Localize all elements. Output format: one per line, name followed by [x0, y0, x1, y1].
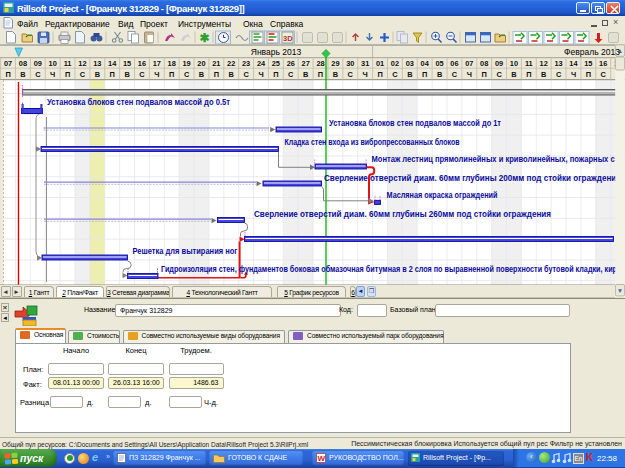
svg-text:В: В: [437, 70, 442, 79]
svg-text:06: 06: [450, 59, 458, 68]
svg-text:12: 12: [78, 59, 86, 68]
svg-text:Масляная окраска ограждений: Масляная окраска ограждений: [387, 191, 498, 200]
svg-text:W: W: [318, 454, 326, 463]
svg-text:С: С: [35, 70, 41, 79]
svg-text:С: С: [392, 70, 398, 79]
svg-text:28: 28: [316, 59, 324, 68]
svg-text:Ч: Ч: [154, 70, 159, 79]
svg-text:23: 23: [242, 59, 250, 68]
svg-text:В: В: [95, 70, 100, 79]
svg-text:П: П: [169, 70, 174, 79]
svg-text:Ч: Ч: [50, 70, 55, 79]
svg-text:19: 19: [182, 59, 190, 68]
svg-text:С: С: [139, 70, 145, 79]
svg-text:В: В: [333, 70, 338, 79]
svg-text:П: П: [214, 70, 219, 79]
svg-text:Установка блоков стен подвалов: Установка блоков стен подвалов массой до…: [329, 118, 501, 128]
svg-text:П: П: [318, 70, 323, 79]
svg-text:12: 12: [540, 59, 548, 68]
svg-text:Гидроизоляция стен, фундаменто: Гидроизоляция стен, фундаментов боковая …: [161, 264, 617, 274]
svg-text:09: 09: [495, 59, 503, 68]
svg-text:С: С: [243, 70, 249, 79]
svg-text:Ч: Ч: [258, 70, 263, 79]
svg-text:С: С: [348, 70, 354, 79]
svg-text:14: 14: [569, 59, 578, 68]
svg-text:02: 02: [391, 59, 399, 68]
svg-text:П: П: [273, 70, 278, 79]
svg-text:15: 15: [123, 59, 131, 68]
svg-text:3D: 3D: [283, 34, 293, 43]
svg-text:27: 27: [302, 59, 310, 68]
svg-text:Ч: Ч: [363, 70, 368, 79]
svg-text:15: 15: [584, 59, 592, 68]
svg-text:24: 24: [257, 59, 266, 68]
svg-text:С: С: [556, 70, 562, 79]
svg-text:В: В: [20, 70, 25, 79]
svg-text:С: С: [80, 70, 86, 79]
svg-text:13: 13: [93, 59, 101, 68]
svg-text:Февраль 2013: Февраль 2013: [564, 47, 620, 57]
svg-text:Сверление отверстий диам. 60мм: Сверление отверстий диам. 60мм глубины 2…: [254, 209, 551, 219]
svg-text:П: П: [377, 70, 382, 79]
svg-text:П: П: [422, 70, 427, 79]
svg-text:▼: ▼: [617, 287, 623, 294]
svg-text:П: П: [110, 70, 115, 79]
svg-text:С: С: [452, 70, 458, 79]
svg-text:29: 29: [331, 59, 339, 68]
svg-text:22: 22: [227, 59, 235, 68]
svg-text:17: 17: [153, 59, 161, 68]
svg-text:В: В: [541, 70, 546, 79]
svg-text:16: 16: [599, 59, 607, 68]
svg-text:П: П: [65, 70, 70, 79]
svg-text:03: 03: [406, 59, 414, 68]
svg-text:Монтаж лестниц прямолинейных и: Монтаж лестниц прямолинейных и криволине…: [372, 155, 625, 164]
svg-text:11: 11: [525, 59, 533, 68]
svg-text:05: 05: [435, 59, 443, 68]
svg-text:✱: ✱: [200, 31, 210, 45]
svg-text:Решетка для вытирания ног: Решетка для вытирания ног: [133, 247, 239, 256]
svg-text:С: С: [601, 70, 607, 79]
svg-text:16: 16: [138, 59, 146, 68]
svg-text:21: 21: [212, 59, 220, 68]
svg-text:П: П: [586, 70, 591, 79]
svg-text:04: 04: [421, 59, 430, 68]
svg-text:Установка блоков стен подвалов: Установка блоков стен подвалов массой до…: [47, 97, 230, 107]
svg-text:01: 01: [376, 59, 384, 68]
svg-text:26: 26: [287, 59, 295, 68]
svg-text:С: С: [288, 70, 294, 79]
svg-text:07: 07: [465, 59, 473, 68]
svg-text:20: 20: [197, 59, 205, 68]
svg-text:10: 10: [49, 59, 57, 68]
svg-text:08: 08: [480, 59, 488, 68]
svg-text:Ч: Ч: [571, 70, 576, 79]
svg-text:25: 25: [272, 59, 280, 68]
svg-text:Январь 2013: Январь 2013: [251, 47, 302, 57]
svg-text:31: 31: [361, 59, 369, 68]
svg-text:18: 18: [168, 59, 176, 68]
svg-text:С: С: [184, 70, 190, 79]
svg-text:В: В: [303, 70, 308, 79]
svg-text:14: 14: [108, 59, 117, 68]
svg-text:09: 09: [34, 59, 42, 68]
svg-text:10: 10: [510, 59, 518, 68]
svg-text:07: 07: [4, 59, 12, 68]
svg-text:В: В: [511, 70, 516, 79]
svg-text:30: 30: [346, 59, 354, 68]
svg-text:Ч: Ч: [467, 70, 472, 79]
svg-text:Кладка стен входа из вибропрес: Кладка стен входа из вибропрессованных б…: [285, 137, 460, 147]
svg-text:П: П: [5, 70, 10, 79]
svg-text:В: В: [199, 70, 204, 79]
svg-text:С: С: [496, 70, 502, 79]
svg-text:08: 08: [19, 59, 27, 68]
svg-text:11: 11: [64, 59, 72, 68]
svg-text:В: В: [229, 70, 234, 79]
svg-text:В: В: [124, 70, 129, 79]
svg-text:Сверление отверстий диам. 60мм: Сверление отверстий диам. 60мм глубины 2…: [324, 173, 621, 183]
svg-text:В: В: [407, 70, 412, 79]
svg-text:П: П: [526, 70, 531, 79]
svg-text:13: 13: [554, 59, 562, 68]
svg-text:П: П: [482, 70, 487, 79]
